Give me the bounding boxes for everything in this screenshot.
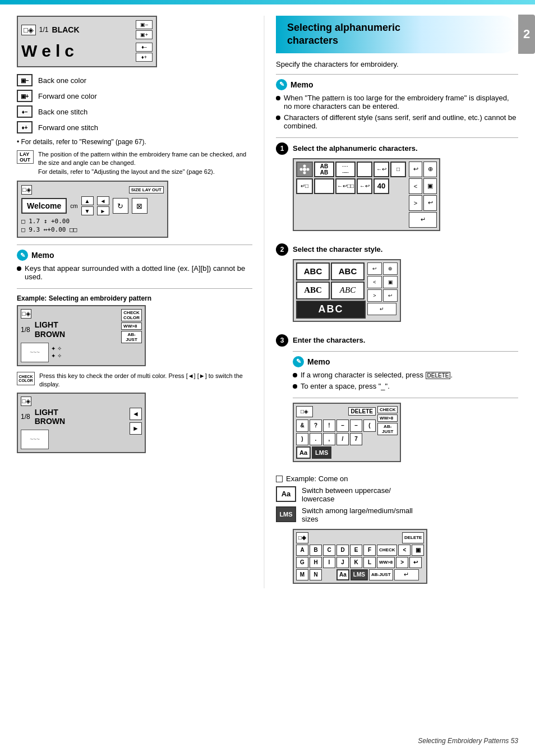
- delete-btn[interactable]: DELETE: [348, 407, 376, 416]
- char-amp[interactable]: &: [296, 420, 308, 432]
- kb-L[interactable]: L: [363, 557, 376, 568]
- step3-label: Enter the characters.: [293, 336, 365, 344]
- flower-btn[interactable]: [296, 162, 313, 177]
- layout-icon: LAY OUT: [17, 150, 34, 164]
- greater-btn[interactable]: >: [409, 195, 422, 211]
- abc-sans-btn[interactable]: ABC: [296, 262, 330, 280]
- 40btn[interactable]: 40: [373, 178, 389, 194]
- keyboard-panel: □◈ DELETE A B C D E F CHECK < ▣: [293, 529, 427, 584]
- side-return2[interactable]: ↩: [383, 289, 398, 302]
- kb-B[interactable]: B: [310, 545, 322, 556]
- right-btn[interactable]: ►: [97, 206, 109, 215]
- abc-italic-btn[interactable]: ABC: [331, 282, 365, 299]
- dots-btn[interactable]: ·····─·: [335, 162, 356, 177]
- kb-F[interactable]: F: [363, 545, 376, 556]
- screen4-right-btn[interactable]: ►: [130, 422, 142, 435]
- char-dot[interactable]: .: [310, 433, 322, 445]
- kb-N[interactable]: N: [310, 569, 322, 580]
- return-btn1[interactable]: ←↩: [373, 162, 389, 177]
- side-rect[interactable]: ▣: [383, 276, 398, 288]
- lms-btn[interactable]: LMS: [312, 446, 331, 459]
- layout-note-area: LAY OUT The position of the pattern with…: [17, 150, 252, 176]
- abc-serif-btn[interactable]: ABC: [296, 282, 330, 299]
- kb-J[interactable]: J: [336, 557, 349, 568]
- char-excl[interactable]: !: [323, 420, 335, 432]
- side-return[interactable]: ↩: [367, 262, 382, 275]
- ab-btn[interactable]: ABAB: [314, 162, 334, 177]
- fwd-color-btn[interactable]: ▣+: [136, 30, 153, 39]
- kb-return3[interactable]: ↩: [409, 557, 422, 568]
- kb-M[interactable]: M: [296, 569, 308, 580]
- width-measurement: □ 9.3 ↔+0.00 □□: [21, 226, 164, 233]
- square-btn1[interactable]: □: [390, 162, 406, 177]
- enter-btn[interactable]: ↵: [409, 212, 437, 228]
- rect-btn[interactable]: ▣: [423, 178, 437, 194]
- kb-check[interactable]: CHECK: [377, 545, 397, 556]
- up-btn[interactable]: ▲: [81, 196, 94, 205]
- kb-abjust[interactable]: AB-JUST: [369, 569, 393, 580]
- return-icon[interactable]: ↩: [409, 162, 422, 177]
- resize-btn[interactable]: ⊠: [132, 198, 147, 214]
- char-dash2[interactable]: –: [350, 420, 362, 432]
- fwd-color-label: Forward one color: [38, 92, 97, 100]
- char-q[interactable]: ?: [310, 420, 322, 432]
- kb-H[interactable]: H: [310, 557, 322, 568]
- abc-bold-btn[interactable]: ABC: [331, 262, 365, 280]
- ab-just-tag[interactable]: AB-JUST: [377, 423, 398, 435]
- check-color-btn[interactable]: CHECKCOLOR: [121, 309, 142, 321]
- ww8-btn[interactable]: WW>8: [121, 322, 142, 330]
- kb-I[interactable]: I: [323, 557, 335, 568]
- char-cparen[interactable]: ): [296, 433, 308, 445]
- height-measurement: □ 1.7 ↕ +0.00: [21, 218, 164, 225]
- kb-K[interactable]: K: [350, 557, 362, 568]
- char-dash1[interactable]: –: [336, 420, 349, 432]
- arrow-box-btn[interactable]: ←↩: [357, 178, 372, 194]
- side-enter[interactable]: ↵: [367, 303, 396, 315]
- empty-btn1[interactable]: [357, 162, 372, 177]
- char-7[interactable]: 7: [350, 433, 362, 445]
- kb-enter[interactable]: ↵: [394, 569, 419, 580]
- side-less[interactable]: <: [367, 276, 382, 288]
- kb-delete[interactable]: DELETE: [402, 532, 425, 543]
- aa-btn[interactable]: Aa: [296, 446, 311, 459]
- kb-less2[interactable]: <: [398, 545, 411, 556]
- memo-top-bullet1: When "The pattern is too large for the e…: [276, 94, 518, 110]
- back-color-btn[interactable]: ▣–: [136, 20, 153, 29]
- note1: • For details, refer to "Resewing" (page…: [17, 138, 252, 146]
- kb-D[interactable]: D: [336, 545, 349, 556]
- char-oparen[interactable]: (: [363, 420, 376, 432]
- kb-rect2[interactable]: ▣: [412, 545, 424, 556]
- side-circle[interactable]: ⊕: [383, 262, 398, 275]
- kb-greater2[interactable]: >: [396, 557, 408, 568]
- down-btn[interactable]: ▼: [81, 206, 94, 215]
- abc-outline-btn[interactable]: ABC: [296, 301, 366, 319]
- kb-A[interactable]: A: [296, 545, 308, 556]
- empty-btn2[interactable]: [314, 178, 334, 194]
- char-comma[interactable]: ,: [323, 433, 335, 445]
- ww8-tag[interactable]: WW>8: [377, 414, 398, 422]
- screen1-mockup: □◈ 1/1 BLACK ▣– ▣+ Welc ♦– ♦+: [17, 16, 157, 67]
- section-title: Selecting alphanumericcharacters: [287, 21, 507, 48]
- kb-G[interactable]: G: [296, 557, 308, 568]
- left-btn[interactable]: ◄: [97, 196, 109, 205]
- char-slash[interactable]: /: [336, 433, 349, 445]
- return-icon2[interactable]: ↩: [423, 195, 437, 211]
- kb-ww8[interactable]: WW>8: [377, 557, 395, 568]
- kb-lms[interactable]: LMS: [350, 569, 368, 580]
- circle-icon[interactable]: ⊕: [423, 162, 437, 177]
- fwd-stitch-btn[interactable]: ♦+: [136, 53, 153, 62]
- screen4-left-btn[interactable]: ◄: [130, 408, 142, 420]
- kb-E[interactable]: E: [350, 545, 362, 556]
- frame-btn[interactable]: ↵□: [296, 178, 313, 194]
- back-arrow-btn[interactable]: ←↩□□: [335, 178, 356, 194]
- kb-C[interactable]: C: [323, 545, 335, 556]
- check-tag[interactable]: CHECK: [377, 406, 398, 413]
- rotate-btn[interactable]: ↻: [113, 198, 128, 214]
- ab-just-btn[interactable]: AB-JUST: [121, 331, 142, 343]
- back-stitch-btn[interactable]: ♦–: [136, 43, 153, 52]
- side-greater[interactable]: >: [367, 289, 382, 302]
- less-btn[interactable]: <: [409, 178, 422, 194]
- screen1-icon: □◈: [21, 25, 36, 35]
- kb-aa[interactable]: Aa: [336, 569, 349, 580]
- screen3-pattern: ~~~ ✦ ✧ ✦ ✧: [21, 343, 65, 362]
